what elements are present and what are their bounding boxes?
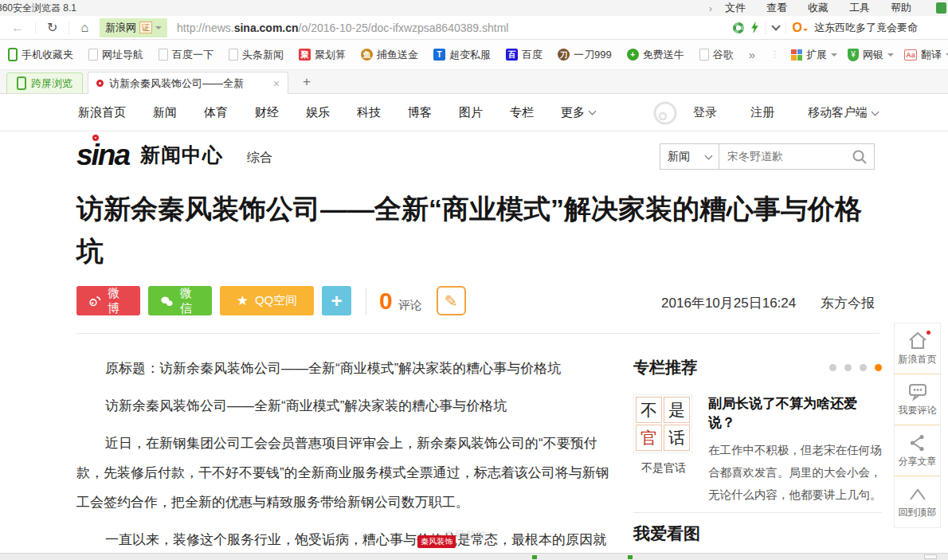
search-category-label: 新闻 (668, 150, 690, 164)
bookmark-label: 聚划算 (315, 48, 346, 62)
share-wechat-button[interactable]: 微信 (148, 286, 212, 315)
comment-button[interactable]: 我要评论 (895, 374, 940, 425)
url-domain: sina.com.cn (234, 22, 299, 34)
status-icon (628, 555, 633, 559)
register-link[interactable]: 注册 (750, 105, 774, 120)
active-tab[interactable]: 访新余秦风装饰公司——全新 × (88, 72, 288, 94)
menu-file[interactable]: 文件 (725, 1, 746, 15)
login-link[interactable]: 登录 (693, 105, 717, 120)
window-title: 360安全浏览器 8.1 (0, 2, 76, 15)
bookmark-toutiao-news[interactable]: 头条新闻 (229, 48, 284, 62)
bookmark-baidu-search[interactable]: 百度一下 (159, 48, 213, 62)
bookmark-juhuasuan[interactable]: 聚聚划算 (299, 48, 346, 62)
menu-help[interactable]: 帮助 (891, 1, 911, 15)
sina-wordmark: sina (76, 142, 129, 168)
calligraphy-thumbnail: 不 是 官 话 (633, 394, 692, 453)
share-weibo-label: 微博 (108, 286, 128, 316)
chevron-down-icon (887, 53, 894, 60)
bookmark-fishing-game[interactable]: 鱼捕鱼送金 (361, 48, 418, 62)
extensions-button[interactable]: 扩展 (791, 48, 837, 62)
page-icon (159, 49, 168, 61)
nav-photos[interactable]: 图片 (459, 105, 483, 120)
translate-button[interactable]: Aa翻译 (904, 48, 948, 62)
source-name[interactable]: 东方今报 (821, 296, 875, 311)
share-article-button[interactable]: 分享文章 (895, 425, 940, 476)
nav-finance[interactable]: 财经 (255, 105, 279, 120)
refresh-icon[interactable]: ↻ (42, 22, 62, 34)
corner-plugin-icon[interactable] (936, 2, 946, 14)
star-icon: ★ (237, 292, 249, 309)
bookmark-label: 谷歌 (713, 48, 734, 62)
recommend-item-title[interactable]: 副局长说了不算为啥还爱说？ (708, 394, 882, 433)
plus-circle-icon: + (627, 49, 639, 61)
nav-blog[interactable]: 博客 (408, 105, 432, 120)
bookmark-private-server[interactable]: T超变私服 (433, 48, 491, 62)
search-category-select[interactable]: 新闻 (660, 144, 719, 169)
search-engine-icon[interactable]: O (793, 21, 808, 35)
speed-bolt-icon[interactable] (750, 22, 759, 33)
back-icon[interactable]: ← (6, 22, 29, 34)
paragraph: 近日，在新钢集团公司工会会员普惠项目评审会上，新余秦风装饰公司的“不要预付款，先… (76, 429, 617, 517)
menu-collapse-icon[interactable]: › (709, 2, 712, 14)
share-more-button[interactable]: + (322, 286, 351, 315)
bookmark-nav-site[interactable]: 网址导航 (88, 48, 143, 62)
cross-screen-button[interactable]: 跨屏浏览 (6, 72, 83, 93)
carousel-dots[interactable] (829, 364, 882, 371)
nav-sports[interactable]: 体育 (204, 105, 228, 120)
tab-close-icon[interactable]: × (273, 77, 280, 90)
nav-more[interactable]: 更多 (561, 105, 595, 120)
share-wechat-label: 微信 (180, 286, 200, 316)
menu-tools[interactable]: 工具 (849, 1, 870, 15)
dot[interactable] (860, 364, 867, 371)
dot-active[interactable] (875, 364, 882, 371)
bookmark-baidu[interactable]: 百百度 (506, 48, 543, 62)
divider (366, 288, 366, 315)
dot[interactable] (829, 364, 836, 371)
float-label: 新浪首页 (899, 353, 937, 366)
nav-entertainment[interactable]: 娱乐 (306, 105, 330, 120)
bookmark-yidao999[interactable]: 刀一刀999 (558, 48, 612, 62)
cross-screen-label: 跨屏浏览 (31, 76, 72, 91)
site-identity-badge[interactable]: 新浪网 证 (100, 18, 167, 37)
bookmarks-overflow-icon[interactable]: » (749, 48, 755, 61)
bookmark-google[interactable]: 谷歌 (699, 48, 734, 62)
bookmark-free-gift[interactable]: +免费送牛 (627, 48, 684, 62)
float-label: 分享文章 (899, 455, 937, 468)
publish-date: 2016年10月25日16:24 (661, 296, 796, 311)
nav-columns[interactable]: 专栏 (510, 105, 534, 120)
phone-icon (8, 48, 18, 61)
home-icon[interactable]: ⌂ (76, 22, 93, 34)
divider (766, 22, 766, 34)
comment-label[interactable]: 评论 (398, 298, 422, 313)
share-qzone-button[interactable]: ★ QQ空间 (220, 286, 314, 315)
bookmark-mobile-favorites[interactable]: 手机收藏夹 (8, 48, 73, 62)
nav-tech[interactable]: 科技 (357, 105, 381, 120)
scrollbar-corner[interactable] (924, 554, 937, 559)
nav-news[interactable]: 新闻 (153, 105, 177, 120)
news-search-input[interactable] (719, 151, 852, 163)
sina-home-button[interactable]: 新浪首页 (895, 323, 940, 374)
no-trace-mode-icon[interactable] (733, 22, 744, 33)
recommend-thumb[interactable]: 不 是 官 话 不是官话 (633, 394, 694, 506)
masthead: sina 新闻中心 综合 新闻 (76, 142, 875, 178)
url-dropdown-icon[interactable] (771, 22, 780, 30)
write-comment-button[interactable]: ✎ (437, 286, 466, 315)
mobile-client-menu[interactable]: 移动客户端 (808, 105, 878, 120)
new-tab-button[interactable]: + (293, 74, 320, 93)
page-icon (88, 49, 98, 61)
status-strip (0, 553, 948, 560)
netbank-button[interactable]: ¥网银 (848, 48, 894, 62)
url-field[interactable]: http://news.sina.com.cn/o/2016-10-25/doc… (177, 22, 726, 34)
address-bar: ← ↻ ⌂ 新浪网 证 http://news.sina.com.cn/o/20… (0, 16, 948, 40)
sina-eye-icon (92, 135, 99, 141)
back-to-top-button[interactable]: 回到顶部 (895, 476, 940, 527)
address-search-input[interactable] (814, 22, 942, 33)
bookmark-label: 一刀999 (574, 48, 612, 62)
share-weibo-button[interactable]: 微博 (76, 286, 140, 315)
menu-view[interactable]: 查看 (766, 1, 787, 15)
menu-favorites[interactable]: 收藏 (808, 1, 829, 15)
search-icon[interactable] (852, 149, 868, 165)
wechat-icon (160, 295, 174, 307)
nav-sina-home[interactable]: 新浪首页 (78, 105, 126, 120)
dot[interactable] (844, 364, 852, 371)
